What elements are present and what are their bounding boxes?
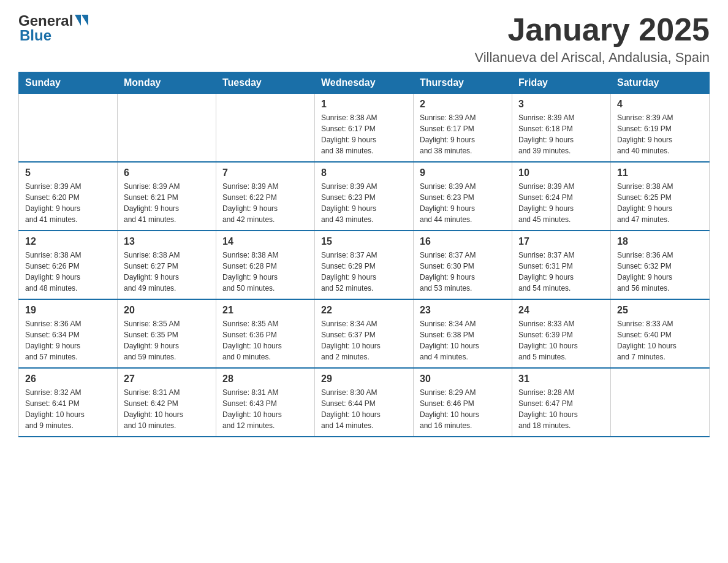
day-info: Sunrise: 8:33 AM Sunset: 6:40 PM Dayligh… xyxy=(617,318,703,362)
day-info: Sunrise: 8:39 AM Sunset: 6:22 PM Dayligh… xyxy=(222,181,308,225)
calendar-cell: 5Sunrise: 8:39 AM Sunset: 6:20 PM Daylig… xyxy=(19,162,118,231)
day-number: 6 xyxy=(124,167,210,178)
day-info: Sunrise: 8:39 AM Sunset: 6:17 PM Dayligh… xyxy=(420,112,506,156)
day-number: 26 xyxy=(25,373,111,385)
calendar-cell: 21Sunrise: 8:35 AM Sunset: 6:36 PM Dayli… xyxy=(216,299,315,368)
calendar-header: SundayMondayTuesdayWednesdayThursdayFrid… xyxy=(19,72,710,94)
day-info: Sunrise: 8:36 AM Sunset: 6:32 PM Dayligh… xyxy=(617,250,703,294)
day-number: 4 xyxy=(617,99,703,110)
calendar-cell: 2Sunrise: 8:39 AM Sunset: 6:17 PM Daylig… xyxy=(414,94,512,163)
calendar-cell: 28Sunrise: 8:31 AM Sunset: 6:43 PM Dayli… xyxy=(216,368,315,437)
calendar-cell: 12Sunrise: 8:38 AM Sunset: 6:26 PM Dayli… xyxy=(19,231,118,299)
calendar-week-3: 12Sunrise: 8:38 AM Sunset: 6:26 PM Dayli… xyxy=(19,231,710,299)
day-number: 29 xyxy=(321,373,407,385)
calendar-cell: 23Sunrise: 8:34 AM Sunset: 6:38 PM Dayli… xyxy=(414,299,512,368)
calendar-cell: 24Sunrise: 8:33 AM Sunset: 6:39 PM Dayli… xyxy=(512,299,611,368)
calendar-cell: 18Sunrise: 8:36 AM Sunset: 6:32 PM Dayli… xyxy=(611,231,710,299)
day-number: 3 xyxy=(518,99,604,110)
calendar-cell: 1Sunrise: 8:38 AM Sunset: 6:17 PM Daylig… xyxy=(315,94,414,163)
day-info: Sunrise: 8:33 AM Sunset: 6:39 PM Dayligh… xyxy=(518,318,604,362)
day-info: Sunrise: 8:38 AM Sunset: 6:17 PM Dayligh… xyxy=(321,112,407,156)
day-number: 11 xyxy=(617,167,703,178)
day-info: Sunrise: 8:29 AM Sunset: 6:46 PM Dayligh… xyxy=(420,387,506,431)
calendar-cell xyxy=(611,368,710,437)
header-day-tuesday: Tuesday xyxy=(216,72,315,94)
day-number: 9 xyxy=(420,167,506,178)
day-number: 24 xyxy=(518,305,604,316)
title-block: January 2025 Villanueva del Ariscal, And… xyxy=(474,12,710,66)
calendar-cell: 16Sunrise: 8:37 AM Sunset: 6:30 PM Dayli… xyxy=(414,231,512,299)
day-info: Sunrise: 8:32 AM Sunset: 6:41 PM Dayligh… xyxy=(25,387,111,431)
day-number: 16 xyxy=(420,236,506,247)
day-number: 18 xyxy=(617,236,703,247)
day-info: Sunrise: 8:37 AM Sunset: 6:29 PM Dayligh… xyxy=(321,250,407,294)
day-info: Sunrise: 8:38 AM Sunset: 6:28 PM Dayligh… xyxy=(222,250,308,294)
day-number: 20 xyxy=(124,305,210,316)
day-info: Sunrise: 8:35 AM Sunset: 6:36 PM Dayligh… xyxy=(222,318,308,362)
calendar-cell: 13Sunrise: 8:38 AM Sunset: 6:27 PM Dayli… xyxy=(118,231,216,299)
calendar-body: 1Sunrise: 8:38 AM Sunset: 6:17 PM Daylig… xyxy=(19,94,710,437)
day-info: Sunrise: 8:35 AM Sunset: 6:35 PM Dayligh… xyxy=(124,318,210,362)
calendar-table: SundayMondayTuesdayWednesdayThursdayFrid… xyxy=(18,72,710,437)
day-number: 12 xyxy=(25,236,111,247)
calendar-cell: 30Sunrise: 8:29 AM Sunset: 6:46 PM Dayli… xyxy=(414,368,512,437)
header-day-saturday: Saturday xyxy=(611,72,710,94)
page-subtitle: Villanueva del Ariscal, Andalusia, Spain xyxy=(474,50,710,66)
day-number: 30 xyxy=(420,373,506,385)
calendar-cell: 31Sunrise: 8:28 AM Sunset: 6:47 PM Dayli… xyxy=(512,368,611,437)
page-title: January 2025 xyxy=(474,12,710,47)
calendar-cell: 20Sunrise: 8:35 AM Sunset: 6:35 PM Dayli… xyxy=(118,299,216,368)
calendar-cell: 26Sunrise: 8:32 AM Sunset: 6:41 PM Dayli… xyxy=(19,368,118,437)
day-number: 17 xyxy=(518,236,604,247)
calendar-cell: 3Sunrise: 8:39 AM Sunset: 6:18 PM Daylig… xyxy=(512,94,611,163)
day-number: 23 xyxy=(420,305,506,316)
header-day-monday: Monday xyxy=(118,72,216,94)
svg-marker-0 xyxy=(75,15,81,26)
header-day-sunday: Sunday xyxy=(19,72,118,94)
calendar-cell: 10Sunrise: 8:39 AM Sunset: 6:24 PM Dayli… xyxy=(512,162,611,231)
calendar-cell: 7Sunrise: 8:39 AM Sunset: 6:22 PM Daylig… xyxy=(216,162,315,231)
day-info: Sunrise: 8:39 AM Sunset: 6:19 PM Dayligh… xyxy=(617,112,703,156)
day-info: Sunrise: 8:37 AM Sunset: 6:31 PM Dayligh… xyxy=(518,250,604,294)
day-info: Sunrise: 8:37 AM Sunset: 6:30 PM Dayligh… xyxy=(420,250,506,294)
calendar-cell: 11Sunrise: 8:38 AM Sunset: 6:25 PM Dayli… xyxy=(611,162,710,231)
calendar-cell xyxy=(19,94,118,163)
header-day-wednesday: Wednesday xyxy=(315,72,414,94)
day-number: 13 xyxy=(124,236,210,247)
calendar-cell: 8Sunrise: 8:39 AM Sunset: 6:23 PM Daylig… xyxy=(315,162,414,231)
calendar-cell: 6Sunrise: 8:39 AM Sunset: 6:21 PM Daylig… xyxy=(118,162,216,231)
day-info: Sunrise: 8:38 AM Sunset: 6:27 PM Dayligh… xyxy=(124,250,210,294)
day-info: Sunrise: 8:38 AM Sunset: 6:26 PM Dayligh… xyxy=(25,250,111,294)
calendar-cell: 19Sunrise: 8:36 AM Sunset: 6:34 PM Dayli… xyxy=(19,299,118,368)
logo-blue-text: Blue xyxy=(20,27,51,44)
day-number: 1 xyxy=(321,99,407,110)
calendar-cell xyxy=(216,94,315,163)
day-info: Sunrise: 8:34 AM Sunset: 6:37 PM Dayligh… xyxy=(321,318,407,362)
logo-arrow-icon xyxy=(75,15,88,28)
calendar-cell: 29Sunrise: 8:30 AM Sunset: 6:44 PM Dayli… xyxy=(315,368,414,437)
day-number: 28 xyxy=(222,373,308,385)
header-row: SundayMondayTuesdayWednesdayThursdayFrid… xyxy=(19,72,710,94)
day-info: Sunrise: 8:31 AM Sunset: 6:42 PM Dayligh… xyxy=(124,387,210,431)
calendar-cell: 27Sunrise: 8:31 AM Sunset: 6:42 PM Dayli… xyxy=(118,368,216,437)
day-number: 21 xyxy=(222,305,308,316)
day-info: Sunrise: 8:31 AM Sunset: 6:43 PM Dayligh… xyxy=(222,387,308,431)
day-number: 10 xyxy=(518,167,604,178)
calendar-cell: 4Sunrise: 8:39 AM Sunset: 6:19 PM Daylig… xyxy=(611,94,710,163)
day-info: Sunrise: 8:30 AM Sunset: 6:44 PM Dayligh… xyxy=(321,387,407,431)
day-info: Sunrise: 8:28 AM Sunset: 6:47 PM Dayligh… xyxy=(518,387,604,431)
day-info: Sunrise: 8:39 AM Sunset: 6:18 PM Dayligh… xyxy=(518,112,604,156)
day-info: Sunrise: 8:38 AM Sunset: 6:25 PM Dayligh… xyxy=(617,181,703,225)
calendar-cell xyxy=(118,94,216,163)
logo: General Blue xyxy=(18,12,88,44)
day-number: 22 xyxy=(321,305,407,316)
day-info: Sunrise: 8:39 AM Sunset: 6:23 PM Dayligh… xyxy=(321,181,407,225)
header-day-friday: Friday xyxy=(512,72,611,94)
day-info: Sunrise: 8:39 AM Sunset: 6:21 PM Dayligh… xyxy=(124,181,210,225)
day-info: Sunrise: 8:39 AM Sunset: 6:23 PM Dayligh… xyxy=(420,181,506,225)
day-number: 31 xyxy=(518,373,604,385)
calendar-cell: 9Sunrise: 8:39 AM Sunset: 6:23 PM Daylig… xyxy=(414,162,512,231)
svg-marker-1 xyxy=(82,15,88,26)
day-number: 19 xyxy=(25,305,111,316)
day-info: Sunrise: 8:36 AM Sunset: 6:34 PM Dayligh… xyxy=(25,318,111,362)
